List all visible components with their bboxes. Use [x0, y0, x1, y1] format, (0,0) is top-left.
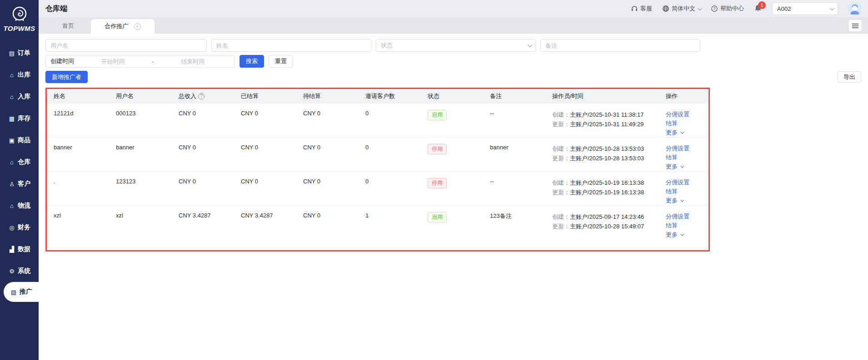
account-select[interactable]: A002: [772, 2, 838, 15]
cell-actions: 分佣设置结算更多: [659, 104, 708, 137]
sidebar-item-物流[interactable]: ⌂物流: [0, 195, 39, 217]
cell-actions: 分佣设置结算更多: [659, 138, 708, 171]
action-label: 分佣设置: [666, 144, 689, 153]
action-link-更多[interactable]: 更多: [666, 230, 705, 239]
tab-list: 首页合作推广×: [45, 19, 155, 34]
notification-badge: 1: [758, 1, 766, 9]
operator-created-value: 主账户/2025-09-17 14:23:46: [570, 213, 644, 220]
topbar-right: 客服 简体中文 ? 帮助中心: [631, 2, 862, 15]
operator-created-value: 主账户/2025-10-28 13:53:03: [570, 145, 644, 152]
chevron-down-icon: [830, 6, 834, 10]
sidebar-item-仓库[interactable]: ⌂仓库: [0, 151, 39, 173]
sidebar-item-label: 库存: [18, 114, 30, 123]
start-time-input[interactable]: [76, 58, 150, 65]
action-link-分佣设置[interactable]: 分佣设置: [666, 144, 705, 153]
cell-status: 停用: [421, 172, 483, 205]
column-header-label: 操作: [666, 92, 678, 100]
operator-created-label: 创建：: [552, 179, 570, 186]
support-button[interactable]: 客服: [631, 5, 652, 13]
tab-options-button[interactable]: [849, 20, 862, 31]
cell-actions: 分佣设置结算更多: [659, 206, 708, 239]
cell-operator-time: 创建：主账户/2025-10-31 11:38:17更新：主账户/2025-10…: [545, 104, 659, 137]
cell-status: 启用: [421, 104, 483, 137]
cell-settled: CNY 0: [234, 172, 296, 205]
cell-name: xzl: [47, 206, 109, 239]
cell-operator-time: 创建：主账户/2025-09-17 14:23:46更新：主账户/2025-10…: [545, 206, 659, 239]
action-link-分佣设置[interactable]: 分佣设置: [666, 110, 705, 119]
sidebar-item-数据[interactable]: ▟数据: [0, 238, 39, 260]
sidebar-item-订单[interactable]: ▤订单: [0, 42, 39, 64]
operator-created-line: 创建：主账户/2025-09-17 14:23:46: [552, 212, 655, 222]
range-separator: -: [152, 58, 154, 65]
action-link-结算[interactable]: 结算: [666, 221, 705, 230]
action-link-结算[interactable]: 结算: [666, 119, 705, 128]
operator-created-label: 创建：: [552, 213, 570, 220]
export-button[interactable]: 导出: [838, 71, 861, 83]
username-input[interactable]: [45, 39, 207, 52]
cell-invited-count: 0: [359, 138, 421, 171]
sidebar-item-财务[interactable]: ◎财务: [0, 217, 39, 238]
close-icon[interactable]: ×: [134, 23, 141, 30]
action-label: 分佣设置: [666, 178, 689, 187]
language-select[interactable]: 简体中文: [662, 5, 701, 13]
action-link-更多[interactable]: 更多: [666, 162, 705, 171]
tab-label: 首页: [62, 22, 74, 30]
avatar[interactable]: [848, 2, 862, 15]
operator-updated-label: 更新：: [552, 189, 570, 196]
action-link-分佣设置[interactable]: 分佣设置: [666, 178, 705, 187]
sidebar-item-推广[interactable]: ▧推广: [4, 282, 39, 302]
operator-updated-label: 更新：: [552, 155, 570, 162]
main-area: 仓库端 客服 简体中文: [39, 0, 868, 360]
action-link-结算[interactable]: 结算: [666, 153, 705, 162]
add-promoter-button[interactable]: 新增推广者: [45, 71, 88, 83]
action-link-更多[interactable]: 更多: [666, 196, 705, 205]
account-value: A002: [777, 5, 791, 12]
action-link-结算[interactable]: 结算: [666, 187, 705, 196]
search-button[interactable]: 搜索: [239, 55, 264, 68]
chevron-down-icon: [528, 43, 532, 47]
promotion-icon: ▧: [10, 289, 17, 296]
column-header-label: 姓名: [54, 92, 65, 100]
sidebar-item-label: 推广: [20, 288, 32, 296]
tab-合作推广[interactable]: 合作推广×: [91, 19, 155, 34]
sidebar-item-商品[interactable]: ▣商品: [0, 129, 39, 151]
remark-input[interactable]: [540, 39, 700, 52]
help-button[interactable]: ? 帮助中心: [711, 5, 744, 13]
action-link-更多[interactable]: 更多: [666, 128, 705, 137]
sidebar-item-label: 出库: [18, 71, 30, 79]
reset-button[interactable]: 重置: [269, 55, 293, 68]
status-select[interactable]: 状态: [376, 39, 536, 52]
table-row: .123123CNY 0CNY 0CNY 00停用--创建：主账户/2025-1…: [47, 171, 708, 205]
cell-remark: --: [483, 172, 545, 205]
column-header-操作员/时间: 操作员/时间: [545, 89, 659, 104]
cell-operator-time: 创建：主账户/2025-10-28 13:53:03更新：主账户/2025-10…: [545, 138, 659, 171]
operator-created-value: 主账户/2025-10-19 16:13:38: [570, 179, 644, 186]
sidebar-item-label: 订单: [18, 49, 30, 57]
action-label: 分佣设置: [666, 212, 689, 221]
sidebar-item-客户[interactable]: ♙客户: [0, 173, 39, 195]
content: 状态 创建时间 - 搜索 重置 新增推广者 导出 姓: [39, 34, 868, 360]
system-icon: ⚙: [8, 268, 15, 275]
created-time-label: 创建时间: [50, 57, 74, 65]
notifications-button[interactable]: 1: [754, 4, 762, 14]
tab-首页[interactable]: 首页: [45, 19, 91, 33]
sidebar-item-入库[interactable]: ⌂入库: [0, 86, 39, 108]
end-time-input[interactable]: [156, 58, 230, 65]
created-time-range[interactable]: 创建时间 -: [45, 55, 235, 68]
column-header-用户名: 用户名: [109, 89, 172, 104]
sidebar-item-库存[interactable]: ▦库存: [0, 108, 39, 129]
action-label: 结算: [666, 119, 678, 128]
name-input[interactable]: [211, 39, 371, 52]
inbound-icon: ⌂: [8, 94, 15, 100]
sidebar-item-出库[interactable]: ⌂出库: [0, 64, 39, 86]
operator-created-label: 创建：: [552, 145, 570, 152]
column-header-label: 操作员/时间: [552, 92, 584, 100]
operator-updated-value: 主账户/2025-10-28 15:49:07: [570, 223, 644, 230]
language-label: 简体中文: [672, 5, 695, 13]
cell-total-income: CNY 3.4287: [172, 206, 234, 239]
sidebar-item-系统[interactable]: ⚙系统: [0, 260, 39, 282]
chevron-down-icon: [680, 198, 684, 202]
question-circle-icon[interactable]: ?: [198, 93, 205, 99]
action-label: 更多: [666, 196, 678, 205]
action-link-分佣设置[interactable]: 分佣设置: [666, 212, 705, 221]
